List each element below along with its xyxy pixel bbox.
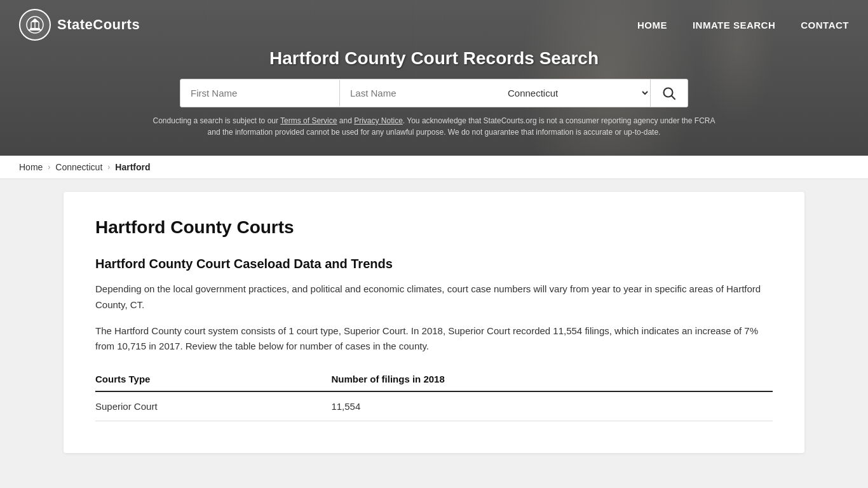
tos-link[interactable]: Terms of Service xyxy=(280,116,337,125)
disclaimer-text-1: Conducting a search is subject to our xyxy=(153,116,281,125)
breadcrumb-home[interactable]: Home xyxy=(19,162,43,172)
col-courts-type: Courts Type xyxy=(95,367,318,391)
search-bar: Select State AlabamaAlaskaArizonaArkansa… xyxy=(180,79,688,107)
page-title: Hartford County Court Records Search xyxy=(19,48,849,69)
svg-rect-1 xyxy=(30,28,40,29)
disclaimer-and: and xyxy=(337,116,354,125)
caseload-table: Courts Type Number of filings in 2018 Su… xyxy=(95,367,773,421)
main-content: Hartford County Courts Hartford County C… xyxy=(32,179,836,466)
cell-filings: 11,554 xyxy=(318,391,773,421)
section-title: Hartford County Court Caseload Data and … xyxy=(95,257,773,271)
nav-home[interactable]: HOME xyxy=(637,20,667,30)
svg-marker-6 xyxy=(31,18,39,22)
search-button[interactable] xyxy=(651,80,688,107)
table-header-row: Courts Type Number of filings in 2018 xyxy=(95,367,773,391)
svg-rect-2 xyxy=(29,29,41,30)
body-paragraph-2: The Hartford County court system consist… xyxy=(95,323,773,355)
site-header: StateCourts HOME INMATE SEARCH CONTACT H… xyxy=(0,0,868,156)
breadcrumb-sep-2: › xyxy=(107,163,110,172)
col-filings: Number of filings in 2018 xyxy=(318,367,773,391)
search-section: Hartford County Court Records Search Sel… xyxy=(0,48,868,144)
breadcrumb-sep-1: › xyxy=(48,163,50,172)
content-card: Hartford County Courts Hartford County C… xyxy=(64,192,804,453)
logo-text: StateCourts xyxy=(57,17,140,33)
table-row: Superior Court 11,554 xyxy=(95,391,773,421)
breadcrumb-county: Hartford xyxy=(115,162,150,172)
search-icon xyxy=(662,86,676,100)
nav-bar: StateCourts HOME INMATE SEARCH CONTACT xyxy=(0,9,868,48)
county-title: Hartford County Courts xyxy=(95,217,773,238)
nav-inmate-search[interactable]: INMATE SEARCH xyxy=(693,20,775,30)
cell-court-type: Superior Court xyxy=(95,391,318,421)
privacy-link[interactable]: Privacy Notice xyxy=(354,116,403,125)
last-name-input[interactable] xyxy=(340,80,499,106)
disclaimer: Conducting a search is subject to our Te… xyxy=(148,115,720,138)
nav-links: HOME INMATE SEARCH CONTACT xyxy=(637,20,849,30)
breadcrumb-state[interactable]: Connecticut xyxy=(55,162,102,172)
nav-contact[interactable]: CONTACT xyxy=(801,20,849,30)
first-name-input[interactable] xyxy=(180,80,340,106)
logo[interactable]: StateCourts xyxy=(19,9,140,41)
svg-line-8 xyxy=(672,95,675,98)
state-select[interactable]: Select State AlabamaAlaskaArizonaArkansa… xyxy=(499,79,651,107)
logo-icon xyxy=(19,9,51,41)
breadcrumb: Home › Connecticut › Hartford xyxy=(0,156,868,179)
body-paragraph-1: Depending on the local government practi… xyxy=(95,281,773,313)
